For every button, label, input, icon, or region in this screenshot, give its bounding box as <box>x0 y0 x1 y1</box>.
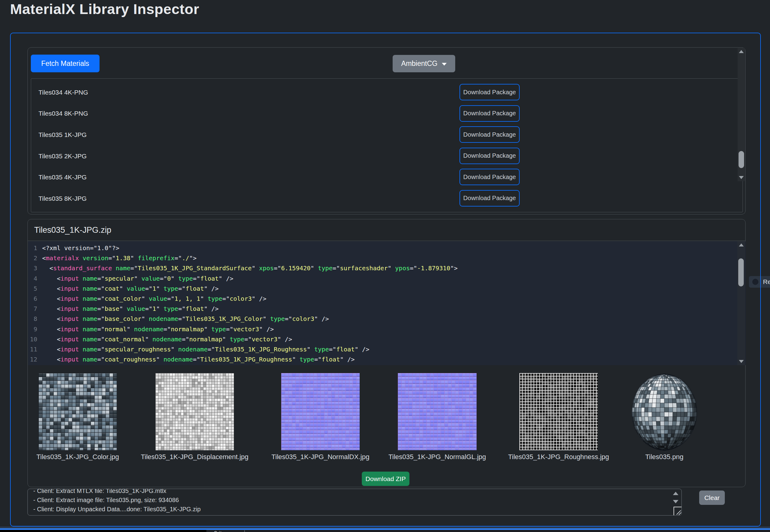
texture-preview-roughness <box>519 373 598 450</box>
line-number: 2 <box>28 253 42 263</box>
line-number: 5 <box>28 284 42 294</box>
line-content: <standard_surface name="Tiles035_1K_JPG_… <box>42 263 458 273</box>
code-line: 8 <input name="base_color" nodename="Til… <box>28 314 746 324</box>
scroll-down-icon[interactable] <box>673 500 678 503</box>
log-scrollbar[interactable] <box>671 489 680 506</box>
download-package-button[interactable]: Download Package <box>459 190 520 207</box>
chevron-down-icon <box>442 63 447 66</box>
source-dropdown-label: AmbientCG <box>401 59 437 68</box>
line-number: 4 <box>28 274 42 284</box>
download-package-button[interactable]: Download Package <box>459 169 520 185</box>
texture-caption: Tiles035_1K-JPG_Roughness.jpg <box>508 453 609 461</box>
line-number: 6 <box>28 294 42 304</box>
line-content: <?xml version="1.0"?> <box>42 243 119 253</box>
source-dropdown[interactable]: AmbientCG <box>393 55 455 72</box>
line-number: 9 <box>28 324 42 334</box>
code-line: 12 <input name="coat_roughness" nodename… <box>28 354 746 365</box>
material-name: Tiles035 8K-JPG <box>38 195 87 202</box>
material-row: Tiles034 8K-PNGDownload Package <box>31 103 735 124</box>
main-container: Fetch Materials AmbientCG Tiles034 4K-PN… <box>10 33 761 527</box>
line-content: <input name="specular" value="0" type="f… <box>42 274 233 284</box>
line-content: <input name="base_color" nodename="Tiles… <box>42 314 329 324</box>
material-list: Tiles034 4K-PNGDownload PackageTiles034 … <box>31 78 743 212</box>
code-line: 7 <input name="base" value="1" type="flo… <box>28 304 746 314</box>
scroll-up-icon[interactable] <box>673 492 678 495</box>
material-name: Tiles035 2K-JPG <box>38 153 87 160</box>
scroll-down-icon[interactable] <box>739 176 744 179</box>
material-name: Tiles034 4K-PNG <box>38 89 88 96</box>
texture-preview-normal_dx <box>281 373 360 450</box>
scroll-up-icon[interactable] <box>739 50 744 53</box>
material-row: Tiles035 1K-JPGDownload Package <box>31 124 735 146</box>
download-package-button[interactable]: Download Package <box>459 105 520 122</box>
code-line: 1<?xml version="1.0"?> <box>28 243 746 253</box>
download-zip-button[interactable]: Download ZIP <box>362 472 409 486</box>
line-content: <input name="base" value="1" type="float… <box>42 304 219 314</box>
log-content: - Client: Extract MTLX file: Tiles035_1K… <box>28 489 682 514</box>
texture-preview-color <box>38 373 117 450</box>
line-number: 10 <box>28 334 42 344</box>
code-line: 4 <input name="specular" value="0" type=… <box>28 274 746 284</box>
page: MaterialX Library Inspector Re Fetch Mat… <box>0 0 770 532</box>
line-content: <input name="coat" value="1" type="float… <box>42 284 219 294</box>
texture-thumbnail: Tiles035_1K-JPG_Roughness.jpg <box>519 373 598 450</box>
material-row: Tiles035 2K-JPGDownload Package <box>31 146 735 167</box>
texture-caption: Tiles035_1K-JPG_Displacement.jpg <box>141 453 249 461</box>
status-black-region <box>0 530 207 532</box>
texture-caption: Tiles035.png <box>645 453 683 461</box>
code-line: 10 <input name="coat_normal" nodename="n… <box>28 334 746 344</box>
scrollbar-thumb[interactable] <box>738 258 744 286</box>
material-list-scrollbar[interactable] <box>738 48 745 181</box>
resize-grip-icon[interactable] <box>674 507 682 515</box>
log-line: - Client: Display Unpacked Data....done:… <box>33 505 676 514</box>
log-textarea[interactable]: - Client: Extract MTLX file: Tiles035_1K… <box>27 489 682 516</box>
code-line: 2<materialx version="1.38" fileprefix=".… <box>28 253 746 263</box>
texture-thumbnail: Tiles035_1K-JPG_Displacement.jpg <box>155 373 234 450</box>
line-content: <input name="normal" nodename="normalmap… <box>42 324 274 334</box>
line-content: <input name="coat_color" value="1, 1, 1"… <box>42 294 267 304</box>
page-title: MaterialX Library Inspector <box>10 1 199 17</box>
material-row: Tiles035 8K-JPGDownload Package <box>31 188 735 209</box>
line-number: 7 <box>28 304 42 314</box>
download-package-button[interactable]: Download Package <box>459 126 520 143</box>
scroll-up-icon[interactable] <box>739 243 744 246</box>
line-content: <input name="coat_normal" nodename="norm… <box>42 334 292 344</box>
fetch-materials-button[interactable]: Fetch Materials <box>31 55 99 72</box>
scrollbar-thumb[interactable] <box>739 151 744 168</box>
download-package-button[interactable]: Download Package <box>459 148 520 164</box>
line-number: 11 <box>28 344 42 354</box>
log-line: - Client: Extract MTLX file: Tiles035_1K… <box>33 489 676 495</box>
materials-panel: Fetch Materials AmbientCG Tiles034 4K-PN… <box>27 47 746 214</box>
texture-preview-normal_gl <box>398 373 477 450</box>
material-row: Tiles035 4K-JPGDownload Package <box>31 167 735 188</box>
texture-thumbnail: Tiles035_1K-JPG_NormalGL.jpg <box>398 373 477 450</box>
texture-thumbnail: Tiles035_1K-JPG_Color.jpg <box>38 373 117 450</box>
package-panel: Tiles035_1K-JPG.zip 1<?xml version="1.0"… <box>27 219 746 487</box>
line-content: <materialx version="1.38" fileprefix="./… <box>42 253 197 263</box>
code-line: 3 <standard_surface name="Tiles035_1K_JP… <box>28 263 746 273</box>
code-scrollbar[interactable] <box>737 241 745 365</box>
status-separator <box>244 530 245 532</box>
code-line: 9 <input name="normal" nodename="normalm… <box>28 324 746 334</box>
code-line: 5 <input name="coat" value="1" type="flo… <box>28 284 746 294</box>
log-line: - Client: Extract image file: Tiles035.p… <box>33 495 676 505</box>
texture-thumbnail: Tiles035.png <box>631 373 698 451</box>
texture-caption: Tiles035_1K-JPG_NormalDX.jpg <box>272 453 369 461</box>
material-name: Tiles035 4K-JPG <box>38 174 87 181</box>
clear-log-button[interactable]: Clear <box>699 491 725 505</box>
material-name: Tiles034 8K-PNG <box>38 110 88 117</box>
line-number: 8 <box>28 314 42 324</box>
material-row: Tiles034 4K-PNGDownload Package <box>31 82 735 103</box>
line-number: 12 <box>28 354 42 365</box>
package-title: Tiles035_1K-JPG.zip <box>28 219 745 241</box>
texture-thumbnails: Tiles035_1K-JPG_Color.jpgTiles035_1K-JPG… <box>28 373 746 465</box>
line-number: 3 <box>28 263 42 273</box>
texture-caption: Tiles035_1K-JPG_Color.jpg <box>36 453 119 461</box>
status-bar: 9 items <box>0 530 770 532</box>
record-overlay-label: Re <box>763 278 770 286</box>
line-content: <input name="specular_roughness" nodenam… <box>42 344 369 354</box>
code-line: 11 <input name="specular_roughness" node… <box>28 344 746 354</box>
scroll-down-icon[interactable] <box>739 360 744 363</box>
status-items-label: 9 items <box>214 530 233 532</box>
download-package-button[interactable]: Download Package <box>459 84 520 100</box>
